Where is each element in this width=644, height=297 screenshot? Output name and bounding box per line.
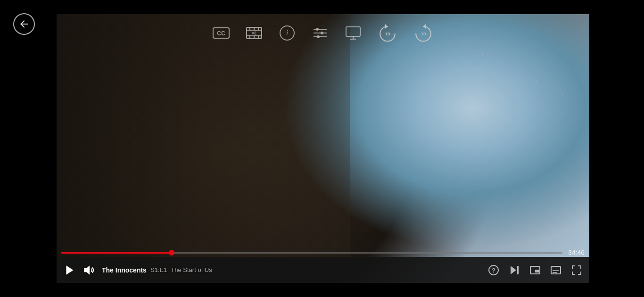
subtitles-button[interactable] — [549, 263, 563, 277]
svg-rect-32 — [517, 266, 519, 274]
top-controls-bar: CC ×2 — [57, 14, 589, 52]
display-button[interactable] — [344, 24, 363, 42]
svg-text:?: ? — [492, 267, 495, 274]
svg-text:10: 10 — [385, 31, 390, 36]
svg-text:10: 10 — [421, 31, 426, 36]
title-main: The Innocents — [102, 266, 147, 274]
svg-point-17 — [316, 28, 319, 31]
svg-point-19 — [317, 35, 320, 38]
volume-button[interactable] — [81, 263, 96, 278]
clips-button[interactable]: ×2 — [245, 24, 264, 42]
pip-button[interactable] — [528, 263, 542, 277]
svg-marker-23 — [385, 24, 388, 29]
next-episode-button[interactable] — [507, 263, 521, 277]
title-info: The Innocents S1:E1 The Start of Us — [102, 266, 483, 274]
settings-button[interactable] — [311, 24, 330, 42]
forward-button[interactable]: 10 — [413, 22, 434, 44]
back-button[interactable] — [13, 13, 35, 35]
svg-text:×2: ×2 — [252, 31, 256, 35]
bottom-controls-bar: The Innocents S1:E1 The Start of Us ? — [57, 257, 589, 283]
time-display: 34:46 — [568, 249, 585, 256]
progress-bar[interactable] — [61, 252, 562, 254]
svg-marker-27 — [66, 265, 73, 275]
svg-marker-28 — [84, 265, 90, 275]
rain-overlay — [57, 14, 589, 283]
episode-title: The Start of Us — [171, 266, 212, 273]
play-button[interactable] — [62, 263, 77, 278]
fullscreen-button[interactable] — [570, 263, 584, 277]
svg-text:i: i — [286, 29, 288, 37]
info-button[interactable]: i — [278, 24, 297, 42]
svg-marker-25 — [423, 24, 426, 29]
svg-rect-20 — [346, 27, 360, 36]
progress-fill — [61, 252, 172, 254]
video-area: CC ×2 — [57, 14, 589, 283]
player-container: CC ×2 — [0, 0, 644, 297]
svg-text:CC: CC — [217, 30, 225, 37]
cc-button[interactable]: CC — [212, 24, 231, 42]
season-episode: S1:E1 — [150, 266, 167, 273]
help-button[interactable]: ? — [487, 263, 501, 277]
progress-area: 34:46 — [57, 248, 589, 257]
svg-rect-34 — [535, 270, 539, 272]
progress-thumb — [169, 250, 174, 256]
rewind-button[interactable]: 10 — [377, 22, 398, 44]
bottom-right-controls: ? — [487, 263, 584, 277]
svg-marker-31 — [511, 266, 516, 274]
svg-point-18 — [321, 32, 323, 34]
